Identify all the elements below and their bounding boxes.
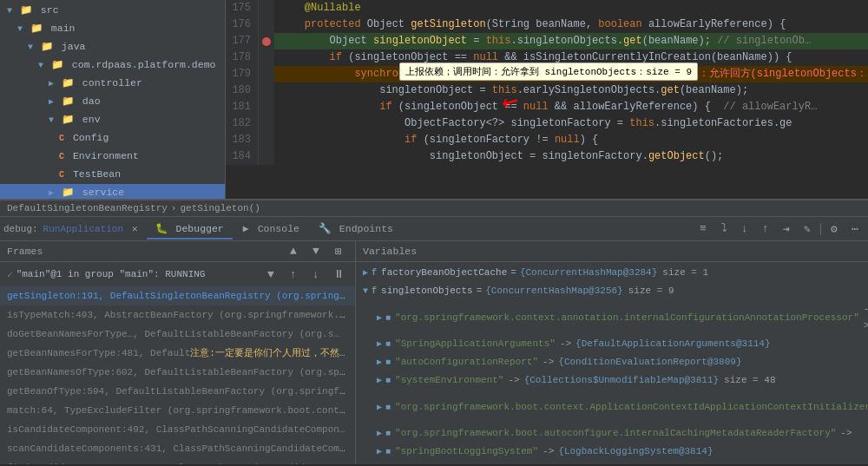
dao-label: dao: [82, 95, 101, 107]
var-so-val-7: {Properties@3816}: [518, 462, 615, 464]
frames-down-btn[interactable]: ▼: [306, 242, 326, 261]
java-arrow: ▼: [28, 43, 33, 52]
frames-up-btn[interactable]: ▲: [284, 242, 303, 261]
frames-nav-up[interactable]: ↑: [284, 265, 303, 284]
console-icon: ▶: [243, 223, 249, 234]
line-num-178: 178: [226, 49, 259, 66]
config-label: Config: [73, 132, 108, 143]
var-so-key-0: "org.springframework.context.annotation.…: [395, 310, 859, 326]
breakpoint-177[interactable]: [262, 37, 271, 46]
line-content-176: protected Object getSingleton(String bea…: [274, 16, 868, 33]
frame-item-1[interactable]: isTypeMatch:493, AbstractBeanFactory (or…: [0, 305, 355, 325]
frame-item-5[interactable]: getBeanOfType:594, DefaultListableBeanFa…: [0, 382, 355, 401]
var-so-child-5[interactable]: ▶ ■ "org.springframework.boot.autoconfig…: [356, 424, 868, 443]
gutter-180: [259, 82, 274, 99]
var-so-child-3[interactable]: ▶ ■ "systemEnvironment" -> {Collections$…: [356, 371, 868, 390]
var-s-icon-4: ■: [385, 399, 391, 416]
environment-label: Environment: [73, 150, 139, 161]
code-line-184: 184 singletonObject = singletonFactory.g…: [226, 148, 868, 165]
tree-item-environment[interactable]: C Environment: [0, 148, 225, 166]
svc-label: service: [82, 187, 124, 198]
frame-item-0[interactable]: getSingleton:191, DefaultSingletonBeanRe…: [0, 286, 355, 305]
tree-item-service[interactable]: ▶ 📁 service: [0, 184, 225, 199]
frame-item-3[interactable]: getBeanNamesForType:481, Default注意:一定要是你…: [0, 344, 355, 363]
tab-debugger[interactable]: 🐛 Debugger: [147, 219, 233, 240]
line-num-176: 176: [226, 16, 259, 33]
var-factory-cache[interactable]: ▶ f factoryBeanObjectCache = {Concurrent…: [356, 264, 868, 282]
var-so-key-1: "SpringApplicationArguments": [395, 336, 556, 352]
tree-item-testbean[interactable]: C TestBean: [0, 166, 225, 184]
frame-item-8[interactable]: scanCandidateComponents:431, ClassPathSc…: [0, 439, 355, 458]
line-content-181: if (singletonObject == null && allowEarl…: [274, 99, 868, 115]
tree-item-config[interactable]: C Config: [0, 129, 225, 148]
tab-endpoints[interactable]: 🔧 Endpoints: [310, 219, 402, 240]
toolbar-step-out[interactable]: ↑: [756, 220, 775, 239]
annotation-tooltip: 上报依赖；调用时间：允许拿到 singletonObjects：size = 9: [399, 62, 698, 81]
toolbar-evaluate[interactable]: ✎: [798, 220, 817, 239]
frames-filter-btn[interactable]: ⊞: [329, 242, 348, 261]
tree-item-dao[interactable]: ▶ 📁 dao: [0, 93, 225, 111]
frame-text-8: scanCandidateComponents:431, ClassPathSc…: [7, 443, 355, 454]
var-so-val-2: {ConditionEvaluationReport@3809}: [558, 354, 741, 371]
frame-item-7[interactable]: isCandidate­Component:492, ClassPathScan…: [0, 420, 355, 439]
var-so-child-4[interactable]: ▶ ■ "org.springframework.boot.context.Ap…: [356, 390, 868, 424]
frames-nav-down[interactable]: ↓: [306, 265, 326, 284]
toolbar-show-btn[interactable]: ≡: [694, 220, 713, 239]
tab-debugger-label: Debugger: [176, 223, 224, 234]
var-singleton-objects[interactable]: ▼ f singletonObjects = {ConcurrentHashMa…: [356, 282, 868, 300]
line-num-181: 181: [226, 99, 259, 115]
tab-console[interactable]: ▶ Console: [234, 219, 308, 240]
frame-item-4[interactable]: getBeanNamesOfType:602, DefaultListableB…: [0, 363, 355, 382]
line-num-182: 182: [226, 115, 259, 132]
var-so-child-7[interactable]: ▶ ■ "systemProperties" -> {Properties@38…: [356, 461, 868, 464]
line-num-184: 184: [226, 148, 259, 165]
var-expand-icon[interactable]: ▶: [363, 265, 368, 281]
gutter-181: [259, 99, 274, 115]
env-folder-icon: 📁: [62, 114, 74, 125]
gutter-184: [259, 148, 274, 165]
var-so-size: size = 9: [628, 283, 674, 299]
toolbar-step-over[interactable]: ⤵: [714, 220, 733, 239]
run-app-close[interactable]: ✕: [132, 223, 138, 234]
tree-item-src[interactable]: ▼ 📁 src: [0, 2, 225, 20]
frame-item-2[interactable]: doGetBeanNamesForType…, DefaultListableB…: [0, 325, 355, 344]
line-content-183: if (singletonFactory != null) {: [274, 132, 868, 148]
line-content-180: singletonObject = this.earlySingletonObj…: [274, 82, 868, 99]
ctrl-arrow: ▶: [49, 79, 54, 89]
frames-dropdown[interactable]: ▼: [261, 265, 280, 284]
tree-item-main[interactable]: ▼ 📁 main: [0, 20, 225, 38]
ctrl-folder-icon: 📁: [62, 77, 74, 89]
var-so-child-0[interactable]: ▶ ■ "org.springframework.context.annotat…: [356, 300, 868, 335]
frame-text-1: isTypeMatch:493, AbstractBeanFactory (or…: [7, 310, 355, 320]
tree-item-controller[interactable]: ▶ 📁 controller: [0, 75, 225, 93]
var-s-icon-2: ■: [385, 354, 391, 371]
svc-arrow: ▶: [49, 188, 54, 198]
tree-item-env[interactable]: ▼ 📁 env: [0, 111, 225, 129]
var-f-icon: f: [372, 265, 377, 281]
toolbar-run-cursor[interactable]: ⇥: [777, 220, 796, 239]
toolbar-more[interactable]: ⋯: [845, 220, 865, 239]
var-so-child-1[interactable]: ▶ ■ "SpringApplicationArguments" -> {Def…: [356, 335, 868, 353]
var-so-expand[interactable]: ▼: [363, 283, 368, 299]
main-label: main: [51, 23, 76, 34]
src-label: src: [41, 4, 59, 16]
tree-item-java[interactable]: ▼ 📁 java: [0, 38, 225, 56]
frame-text-4: getBeanNamesOfType:602, DefaultListableB…: [7, 367, 355, 377]
run-app-tab[interactable]: RunApplication: [43, 224, 123, 234]
toolbar-step-into[interactable]: ↓: [735, 220, 754, 239]
frame-item-6[interactable]: match:64, TypeExcludeFilter (org.springf…: [0, 401, 355, 420]
debug-area: debug: RunApplication ✕ 🐛 Debugger ▶ Con…: [0, 217, 868, 464]
gutter-179: [259, 66, 274, 82]
tree-item-package[interactable]: ▼ 📁 com.rdpaas.platform.demo: [0, 56, 225, 75]
config-java-icon: C: [59, 134, 64, 143]
java-folder-icon: 📁: [41, 41, 53, 52]
var-so-child-6[interactable]: ▶ ■ "springBootLoggingSystem" -> {Logbac…: [356, 443, 868, 461]
code-line-183: 183 if (singletonFactory != null) {: [226, 132, 868, 148]
frame-text-3: getBeanNamesForType:481, Default注意:一定要是你…: [7, 348, 355, 358]
toolbar-settings[interactable]: ⚙: [825, 220, 844, 239]
var-so-child-2[interactable]: ▶ ■ "autoConfigurationReport" -> {Condit…: [356, 353, 868, 371]
frames-pause-resume[interactable]: ⏸: [329, 265, 348, 284]
var-s-icon-7: ■: [385, 462, 391, 464]
frame-item-9[interactable]: findCandidateComponents:316, ClassPathSc…: [0, 458, 355, 464]
frame-text-5: getBeanOfType:594, DefaultListableBeanFa…: [7, 386, 351, 397]
